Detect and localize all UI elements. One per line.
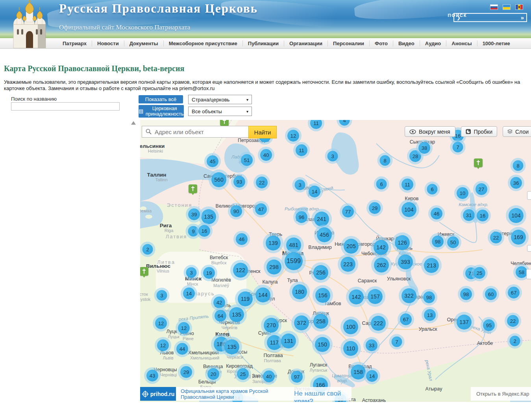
around-me-button[interactable]: Вокруг меня: [405, 126, 455, 137]
cluster-marker[interactable]: 322: [401, 288, 416, 303]
nav-item-11[interactable]: 1000-летие: [477, 41, 515, 46]
cluster-marker[interactable]: 67: [400, 313, 412, 325]
map-zoom-control[interactable]: [526, 269, 531, 279]
cluster-marker[interactable]: 169: [511, 230, 526, 245]
cluster-marker[interactable]: 119: [238, 291, 253, 306]
cluster-marker[interactable]: 36: [510, 177, 522, 189]
cluster-marker[interactable]: 96: [296, 211, 307, 223]
cluster-marker[interactable]: 3: [157, 290, 167, 301]
cluster-marker[interactable]: 42: [213, 297, 225, 308]
flag-russia-icon[interactable]: [490, 5, 498, 9]
cluster-marker[interactable]: 2: [142, 244, 153, 255]
cluster-marker[interactable]: 39: [188, 208, 200, 220]
cluster-marker[interactable]: 262: [374, 258, 389, 273]
cluster-marker[interactable]: 60: [485, 288, 497, 300]
cluster-marker[interactable]: 25: [474, 267, 485, 279]
cluster-marker[interactable]: 258: [313, 314, 328, 329]
nav-item-0[interactable]: Патриарх: [57, 41, 92, 46]
cluster-marker[interactable]: 25: [237, 368, 249, 380]
cluster-marker[interactable]: 393: [398, 254, 413, 269]
cluster-marker[interactable]: 144: [255, 287, 270, 302]
show-all-button[interactable]: Показать всё: [139, 95, 183, 103]
cluster-marker[interactable]: 3: [327, 151, 338, 162]
map-zoom-control[interactable]: [527, 191, 531, 200]
cluster-marker[interactable]: 45: [207, 155, 218, 167]
cluster-marker[interactable]: 93: [233, 176, 245, 188]
cluster-marker[interactable]: 44: [176, 343, 188, 355]
cluster-marker[interactable]: 560: [211, 172, 226, 187]
cluster-marker[interactable]: 223: [340, 257, 355, 272]
cluster-marker[interactable]: 6: [427, 184, 438, 195]
nav-item-6[interactable]: Персоналии: [327, 41, 369, 46]
cluster-marker[interactable]: 51: [241, 154, 253, 166]
scroll-up-arrow[interactable]: [131, 121, 136, 125]
cluster-marker[interactable]: 33: [366, 339, 377, 351]
cluster-marker[interactable]: 1599: [285, 252, 303, 270]
cluster-marker[interactable]: 90: [230, 205, 242, 217]
cluster-marker[interactable]: 97: [291, 371, 303, 383]
cluster-marker[interactable]: 98: [460, 288, 472, 300]
cluster-marker[interactable]: 12: [157, 339, 169, 351]
church-placemark[interactable]: [474, 158, 483, 167]
cluster-marker[interactable]: 58: [516, 266, 527, 278]
cluster-marker[interactable]: 122: [233, 263, 248, 278]
nav-item-3[interactable]: Межсоборное присутствие: [163, 41, 242, 46]
cluster-marker[interactable]: 95: [483, 319, 495, 331]
cluster-marker[interactable]: 43: [146, 370, 158, 381]
church-affiliation-button[interactable]: ▤ Церковная принадлежность: [139, 105, 184, 118]
cluster-marker[interactable]: 12: [287, 130, 299, 142]
nav-item-5[interactable]: Организации: [284, 41, 327, 46]
map-search-input[interactable]: [154, 128, 244, 136]
cluster-marker[interactable]: 135: [229, 307, 244, 322]
cluster-marker[interactable]: 31: [463, 209, 475, 221]
cluster-marker[interactable]: 7: [453, 142, 463, 153]
nav-item-4[interactable]: Публикации: [242, 41, 284, 46]
cluster-marker[interactable]: 157: [368, 289, 383, 304]
site-search[interactable]: ❯ ПОИСК »: [453, 13, 527, 22]
cluster-marker[interactable]: 156: [315, 288, 330, 303]
cluster-marker[interactable]: 213: [424, 258, 439, 273]
church-placemark[interactable]: [220, 120, 229, 126]
cluster-marker[interactable]: 110: [343, 341, 358, 356]
nav-item-8[interactable]: Видео: [393, 41, 420, 46]
cluster-marker[interactable]: 126: [395, 235, 410, 250]
cluster-marker[interactable]: 8: [513, 160, 524, 171]
cluster-marker[interactable]: 77: [342, 206, 354, 217]
cluster-marker[interactable]: 6: [376, 179, 387, 190]
cluster-marker[interactable]: 98: [423, 291, 435, 303]
cluster-marker[interactable]: 50: [447, 236, 459, 248]
cluster-marker[interactable]: 3: [295, 180, 305, 190]
traffic-button[interactable]: Пробки: [461, 126, 497, 137]
country-church-dropdown[interactable]: Страна/церковь ▾: [188, 95, 252, 104]
cluster-marker[interactable]: 22: [507, 315, 519, 327]
nav-item-1[interactable]: Новости: [92, 41, 124, 46]
cluster-marker[interactable]: 205: [344, 239, 359, 254]
nav-item-7[interactable]: Фото: [369, 41, 393, 46]
cluster-marker[interactable]: 16: [198, 225, 210, 237]
not-found-link[interactable]: Не нашли свой храм?: [294, 390, 352, 402]
name-search-input[interactable]: [11, 102, 120, 111]
cluster-marker[interactable]: 298: [266, 260, 281, 274]
cluster-marker[interactable]: 29: [369, 202, 381, 214]
cluster-marker[interactable]: 38: [418, 142, 430, 154]
cluster-marker[interactable]: 7: [392, 337, 402, 347]
cluster-marker[interactable]: 19: [203, 267, 215, 279]
cluster-marker[interactable]: 29: [180, 366, 192, 378]
cluster-marker[interactable]: 139: [266, 236, 281, 251]
flag-ukraine-icon[interactable]: [503, 5, 510, 9]
church-placemark[interactable]: [189, 184, 197, 193]
find-button[interactable]: Найти: [248, 126, 277, 138]
cluster-marker[interactable]: 100: [343, 319, 358, 334]
cluster-marker[interactable]: 22: [490, 232, 502, 243]
cluster-marker[interactable]: 150: [315, 337, 330, 352]
cluster-marker[interactable]: 104: [401, 202, 416, 217]
cluster-marker[interactable]: 3: [186, 267, 197, 278]
cluster-marker[interactable]: 137: [457, 315, 472, 330]
cluster-marker[interactable]: 135: [201, 209, 216, 224]
prihod-brand[interactable]: prihod.ru: [140, 387, 176, 401]
cluster-marker[interactable]: 27: [475, 183, 487, 195]
cluster-marker[interactable]: 158: [351, 365, 366, 379]
nav-item-10[interactable]: Анонсы: [446, 41, 477, 46]
flag-moldova-icon[interactable]: [516, 5, 523, 9]
map-canvas[interactable]: ХельсинкиHelsinkiТаллинTallinnЭстонияаре…: [140, 120, 531, 402]
